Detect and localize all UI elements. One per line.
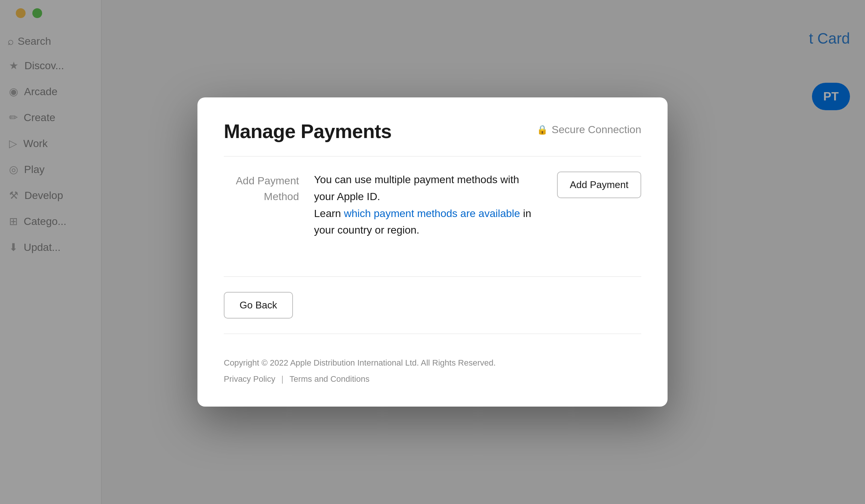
lock-icon: 🔒 <box>537 124 548 135</box>
modal-footer: Copyright © 2022 Apple Distribution Inte… <box>224 334 641 384</box>
terms-conditions-link[interactable]: Terms and Conditions <box>290 374 370 384</box>
footer-links: Privacy Policy | Terms and Conditions <box>224 374 641 384</box>
payment-methods-link[interactable]: which payment methods are available <box>344 208 520 219</box>
payment-description: You can use multiple payment methods wit… <box>314 172 542 239</box>
manage-payments-modal: Manage Payments 🔒 Secure Connection Add … <box>197 97 668 407</box>
modal-title: Manage Payments <box>224 120 392 143</box>
secure-connection: 🔒 Secure Connection <box>537 120 641 136</box>
footer-copyright: Copyright © 2022 Apple Distribution Inte… <box>224 357 641 369</box>
modal-overlay: Manage Payments 🔒 Secure Connection Add … <box>0 0 865 504</box>
secure-connection-label: Secure Connection <box>552 124 641 136</box>
footer-separator: | <box>281 374 284 384</box>
go-back-button[interactable]: Go Back <box>224 292 293 319</box>
add-payment-button[interactable]: Add Payment <box>557 172 641 198</box>
payment-description-text: You can use multiple payment methods wit… <box>314 174 519 202</box>
modal-header: Manage Payments 🔒 Secure Connection <box>224 120 641 156</box>
privacy-policy-link[interactable]: Privacy Policy <box>224 374 275 384</box>
payment-section: Add PaymentMethod You can use multiple p… <box>224 172 641 261</box>
payment-content: You can use multiple payment methods wit… <box>314 172 641 239</box>
payment-method-label: Add PaymentMethod <box>224 172 299 205</box>
section-divider <box>224 276 641 277</box>
